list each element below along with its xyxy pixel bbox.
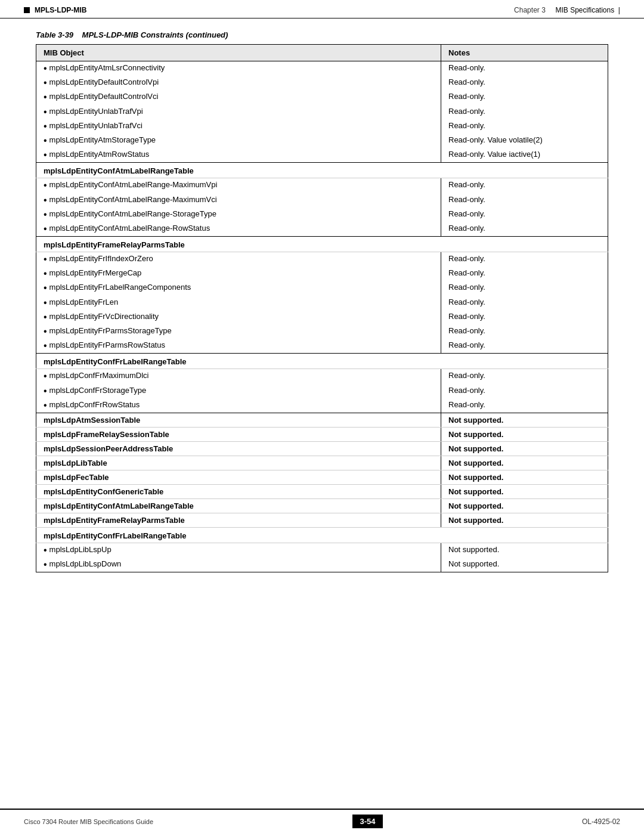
section-mib-label: mplsLdpEntityConfAtmLabelRangeTable xyxy=(36,498,441,513)
section-mib-label: mplsLdpFrameRelaySessionTable xyxy=(36,427,441,441)
table-row: •mplsLdpConfFrRowStatusRead-only. xyxy=(36,398,608,413)
table-row: •mplsLdpEntityAtmStorageTypeRead-only. V… xyxy=(36,134,608,148)
section-mib-label: mplsLdpSessionPeerAddressTable xyxy=(36,441,441,456)
section-header-label: mplsLdpEntityConfAtmLabelRangeTable xyxy=(36,163,608,178)
notes-cell: Read-only. xyxy=(441,369,608,384)
bullet-icon: • xyxy=(44,209,47,220)
mib-object-cell: •mplsLdpConfFrStorageType xyxy=(36,384,441,398)
mib-object-name: mplsLdpEntityFrVcDirectionality xyxy=(49,312,159,321)
mib-object-name: mplsLdpEntityDefaultControlVpi xyxy=(49,78,159,86)
table-num: Table 3-39 xyxy=(36,30,73,39)
mib-object-cell: •mplsLdpEntityConfAtmLabelRange-MaximumV… xyxy=(36,178,441,193)
mib-object-name: mplsLdpEntityConfAtmLabelRange-MaximumVp… xyxy=(49,180,218,189)
page-header: MPLS-LDP-MIB Chapter 3 MIB Specification… xyxy=(0,0,644,18)
section-mib-label: mplsLdpAtmSessionTable xyxy=(36,413,441,427)
footer-page-num: 3-54 xyxy=(352,815,382,828)
notes-cell: Read-only. xyxy=(441,193,608,208)
bullet-icon: • xyxy=(44,559,47,570)
notes-cell: Read-only. xyxy=(441,324,608,339)
main-content: Table 3-39 MPLS-LDP-MIB Constraints (con… xyxy=(0,18,644,620)
mib-object-name: mplsLdpEntityUnlabTrafVci xyxy=(49,121,143,130)
mib-object-name: mplsLdpEntityFrLabelRangeComponents xyxy=(49,283,191,292)
table-row: •mplsLdpEntityFrMergeCapRead-only. xyxy=(36,267,608,281)
table-row: mplsLdpFecTableNot supported. xyxy=(36,470,608,484)
mib-object-name: mplsLdpEntityConfAtmLabelRange-RowStatus xyxy=(49,224,210,233)
table-header-row: MIB Object Notes xyxy=(36,45,608,61)
bullet-icon: • xyxy=(44,106,47,117)
table-row: •mplsLdpEntityFrLenRead-only. xyxy=(36,296,608,310)
mib-object-cell: •mplsLdpEntityFrLabelRangeComponents xyxy=(36,281,441,295)
mib-object-cell: •mplsLdpEntityFrMergeCap xyxy=(36,267,441,281)
notes-cell: Read-only. xyxy=(441,310,608,324)
section-mib-label: mplsLdpFecTable xyxy=(36,470,441,484)
mib-object-name: mplsLdpEntityFrParmsRowStatus xyxy=(49,340,165,349)
table-row: mplsLdpAtmSessionTableNot supported. xyxy=(36,413,608,427)
mib-object-name: mplsLdpEntityAtmStorageType xyxy=(49,135,156,144)
bullet-icon: • xyxy=(44,179,47,191)
mib-object-cell: •mplsLdpEntityAtmLsrConnectivity xyxy=(36,61,441,76)
table-row: •mplsLdpEntityFrIfIndexOrZeroRead-only. xyxy=(36,252,608,267)
section-notes: Not supported. xyxy=(441,470,608,484)
mib-object-cell: •mplsLdpEntityConfAtmLabelRange-MaximumV… xyxy=(36,193,441,208)
notes-cell: Read-only. xyxy=(441,76,608,90)
mib-object-cell: •mplsLdpEntityConfAtmLabelRange-RowStatu… xyxy=(36,222,441,237)
mib-object-name: mplsLdpEntityConfAtmLabelRange-MaximumVc… xyxy=(49,195,217,204)
table-row: mplsLdpEntityFrameRelayParmsTableNot sup… xyxy=(36,513,608,527)
col-header-notes: Notes xyxy=(441,45,608,61)
table-row: •mplsLdpEntityConfAtmLabelRange-MaximumV… xyxy=(36,193,608,208)
bullet-icon: • xyxy=(44,268,47,279)
table-row: •mplsLdpEntityDefaultControlVciRead-only… xyxy=(36,90,608,104)
notes-cell: Read-only. Value iactive(1) xyxy=(441,148,608,163)
bullet-icon: • xyxy=(44,120,47,132)
header-section: MIB Specifications xyxy=(555,6,614,14)
notes-cell: Read-only. xyxy=(441,105,608,119)
section-mib-label: mplsLdpEntityConfGenericTable xyxy=(36,484,441,498)
bullet-icon: • xyxy=(44,91,47,103)
mib-object-cell: •mplsLdpEntityFrLen xyxy=(36,296,441,310)
header-left: MPLS-LDP-MIB xyxy=(24,6,86,14)
mib-object-name: mplsLdpEntityFrMergeCap xyxy=(49,268,142,277)
table-row: •mplsLdpEntityFrVcDirectionalityRead-onl… xyxy=(36,310,608,324)
bullet-icon: • xyxy=(44,340,47,351)
notes-cell: Read-only. xyxy=(441,281,608,295)
mib-table: MIB Object Notes •mplsLdpEntityAtmLsrCon… xyxy=(36,44,608,572)
mib-object-cell: •mplsLdpEntityAtmRowStatus xyxy=(36,148,441,163)
table-row: •mplsLdpEntityFrParmsStorageTypeRead-onl… xyxy=(36,324,608,339)
mib-object-cell: •mplsLdpEntityDefaultControlVci xyxy=(36,90,441,104)
bullet-icon: • xyxy=(44,77,47,88)
footer-right: OL-4925-02 xyxy=(582,817,620,826)
bullet-icon: • xyxy=(44,326,47,337)
square-icon xyxy=(24,7,30,13)
mib-object-name: mplsLdpEntityAtmRowStatus xyxy=(49,150,150,159)
notes-cell: Read-only. xyxy=(441,222,608,237)
section-notes: Not supported. xyxy=(441,456,608,470)
mib-object-name: mplsLdpConfFrStorageType xyxy=(49,386,147,395)
table-row: mplsLdpEntityConfAtmLabelRangeTableNot s… xyxy=(36,498,608,513)
table-row: •mplsLdpEntityUnlabTrafVpiRead-only. xyxy=(36,105,608,119)
table-row: •mplsLdpEntityConfAtmLabelRange-StorageT… xyxy=(36,208,608,222)
mib-object-name: mplsLdpConfFrRowStatus xyxy=(49,400,140,409)
mib-object-cell: •mplsLdpLibLspDown xyxy=(36,558,441,572)
notes-cell: Read-only. xyxy=(441,384,608,398)
table-row: mplsLdpEntityConfFrLabelRangeTable xyxy=(36,354,608,369)
notes-cell: Read-only. xyxy=(441,119,608,134)
section-notes: Not supported. xyxy=(441,413,608,427)
mib-object-cell: •mplsLdpEntityFrParmsRowStatus xyxy=(36,339,441,354)
notes-cell: Read-only. xyxy=(441,339,608,354)
table-row: mplsLdpFrameRelaySessionTableNot support… xyxy=(36,427,608,441)
table-row: •mplsLdpConfFrMaximumDlciRead-only. xyxy=(36,369,608,384)
bullet-icon: • xyxy=(44,370,47,382)
mib-object-name: mplsLdpEntityFrLen xyxy=(49,298,119,306)
footer-book-title: Cisco 7304 Router MIB Specifications Gui… xyxy=(24,818,153,825)
col-header-mib: MIB Object xyxy=(36,45,441,61)
mib-object-name: mplsLdpEntityConfAtmLabelRange-StorageTy… xyxy=(49,209,216,218)
table-row: •mplsLdpLibLspUpNot supported. xyxy=(36,543,608,558)
section-header-label: mplsLdpEntityConfFrLabelRangeTable xyxy=(36,354,608,369)
section-header-label: mplsLdpEntityFrameRelayParmsTable xyxy=(36,237,608,252)
table-row: •mplsLdpLibLspDownNot supported. xyxy=(36,558,608,572)
mib-object-name: mplsLdpEntityFrParmsStorageType xyxy=(49,326,172,335)
notes-cell: Read-only. xyxy=(441,178,608,193)
mib-object-name: mplsLdpLibLspDown xyxy=(49,559,122,568)
table-caption: Table 3-39 MPLS-LDP-MIB Constraints (con… xyxy=(36,30,608,39)
section-notes: Not supported. xyxy=(441,498,608,513)
